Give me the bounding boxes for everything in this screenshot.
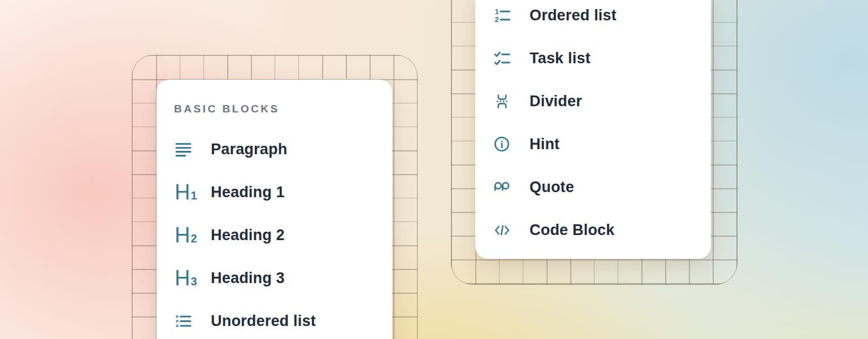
section-label: BASIC BLOCKS xyxy=(174,102,392,116)
menu-item-label: Heading 1 xyxy=(211,184,285,201)
code-block-icon xyxy=(493,221,510,238)
menu-item-heading-2[interactable]: H 2 Heading 2 xyxy=(157,214,392,257)
menu-item-label: Quote xyxy=(530,179,574,196)
hint-icon: i xyxy=(493,136,510,153)
unordered-list-icon xyxy=(175,312,192,329)
menu-item-code-block[interactable]: Code Block xyxy=(475,208,711,251)
heading-1-icon: H 1 xyxy=(175,184,192,201)
menu-item-label: Code Block xyxy=(530,221,615,239)
menu-item-paragraph[interactable]: Paragraph xyxy=(157,128,392,171)
menu-item-heading-3[interactable]: H 3 Heading 3 xyxy=(157,257,392,299)
heading-3-icon: H 3 xyxy=(175,270,192,286)
quote-icon xyxy=(493,179,510,195)
ordered-list-icon: 1 2 xyxy=(493,7,510,24)
svg-text:i: i xyxy=(500,139,503,150)
menu-item-task-list[interactable]: Task list xyxy=(475,37,711,80)
menu-item-heading-1[interactable]: H 1 Heading 1 xyxy=(157,171,392,214)
task-list-icon xyxy=(493,50,510,67)
menu-item-ordered-list[interactable]: 1 2 Ordered list xyxy=(475,0,711,37)
editor-insert-menu-screenshot: BASIC BLOCKS Paragraph H 1 Heading 1 H xyxy=(0,0,868,339)
blocks-menu-panel-continued: 1 2 Ordered list Task list xyxy=(475,0,711,259)
menu-item-label: Paragraph xyxy=(211,141,287,158)
menu-item-label: Heading 2 xyxy=(211,227,285,244)
heading-2-icon: H 2 xyxy=(175,227,192,244)
menu-item-label: Hint xyxy=(530,136,559,153)
menu-item-divider[interactable]: Divider xyxy=(475,80,711,123)
menu-item-label: Unordered list xyxy=(211,312,316,330)
menu-item-label: Task list xyxy=(530,50,591,67)
menu-item-unordered-list[interactable]: Unordered list xyxy=(157,299,392,339)
divider-icon xyxy=(493,93,510,110)
basic-blocks-menu-panel: BASIC BLOCKS Paragraph H 1 Heading 1 H xyxy=(157,80,392,339)
menu-item-hint[interactable]: i Hint xyxy=(475,123,711,166)
svg-text:2: 2 xyxy=(494,15,498,24)
menu-item-label: Ordered list xyxy=(530,7,617,24)
paragraph-icon xyxy=(175,141,192,158)
menu-item-quote[interactable]: Quote xyxy=(475,166,711,208)
menu-item-label: Divider xyxy=(530,93,582,110)
svg-text:1: 1 xyxy=(494,7,498,15)
menu-item-label: Heading 3 xyxy=(211,270,285,287)
